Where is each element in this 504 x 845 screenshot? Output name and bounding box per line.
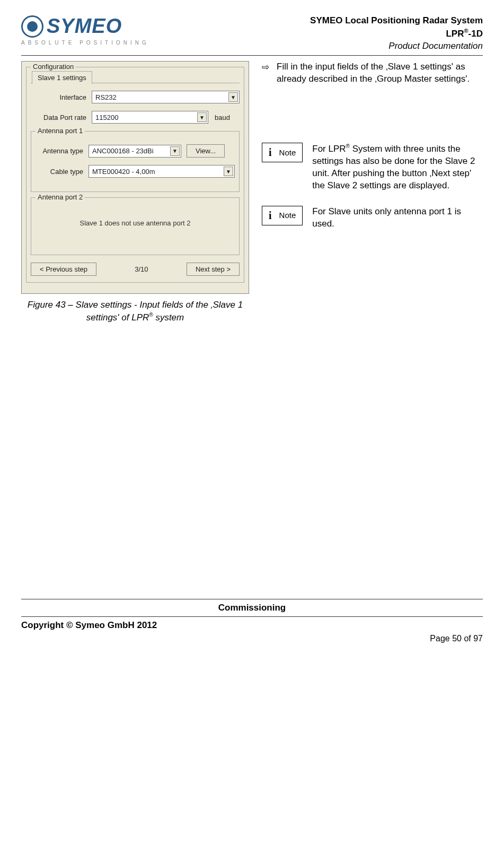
arrow-right-icon: ⇨ [262,62,269,85]
footer-page: Page 50 of 97 [21,634,483,643]
header-line1: SYMEO Local Positioning Radar System [310,15,483,27]
ap1-title: Antenna port 1 [36,127,85,135]
page-footer: Commissioning Copyright © Symeo GmbH 201… [21,599,483,643]
note-1: i Note For LPR® System with three units … [262,143,483,191]
antenna-type-label: Antenna type [36,147,89,155]
header-line2: LPR®-1D [310,27,483,40]
tab-slave1[interactable]: Slave 1 settings [32,71,92,84]
instruction-text: Fill in the input fields of the ‚Slave 1… [277,61,483,85]
logo-subtitle: ABSOLUTE POSITIONING [21,40,149,46]
interface-select[interactable]: RS232 ▼ [92,91,240,103]
header-line3: Product Documentation [310,40,483,53]
note-2: i Note For Slave units only antenna port… [262,206,483,230]
page-header: SYMEO ABSOLUTE POSITIONING SYMEO Local P… [21,15,483,56]
figure-caption: Figure 43 – Slave settings - Input field… [21,299,249,323]
logo-icon [21,15,43,38]
next-step-button[interactable]: Next step > [187,263,240,276]
footer-section: Commissioning [21,603,483,613]
cable-type-select[interactable]: MTE000420 - 4,00m ▼ [89,165,235,178]
note-1-text: For LPR® System with three units the set… [312,143,483,191]
note-badge: i Note [262,206,303,225]
note-2-text: For Slave units only antenna port 1 is u… [312,206,483,230]
previous-step-button[interactable]: < Previous step [31,263,96,276]
instruction-row: ⇨ Fill in the input fields of the ‚Slave… [262,61,483,85]
chevron-down-icon: ▼ [228,92,238,102]
header-titles: SYMEO Local Positioning Radar System LPR… [310,15,483,52]
group-antenna-port-2: Antenna port 2 Slave 1 does not use ante… [31,197,240,255]
step-indicator: 3/10 [135,265,148,273]
ap2-title: Antenna port 2 [36,193,85,201]
footer-copyright: Copyright © Symeo GmbH 2012 [21,620,157,631]
view-button[interactable]: View... [187,144,225,158]
dataport-select[interactable]: 115200 ▼ [92,111,208,124]
interface-label: Interface [31,93,92,101]
chevron-down-icon: ▼ [224,167,233,176]
logo-block: SYMEO ABSOLUTE POSITIONING [21,15,149,46]
row-interface: Interface RS232 ▼ [31,91,240,103]
info-icon: i [269,208,272,223]
group-configuration: Configuration Slave 1 settings Interface… [26,67,244,283]
tab-bar: Slave 1 settings [31,71,240,83]
dataport-label: Data Port rate [31,114,92,121]
config-dialog: Configuration Slave 1 settings Interface… [21,61,249,294]
ap2-placeholder: Slave 1 does not use antenna port 2 [36,203,235,248]
antenna-type-select[interactable]: ANC000168 - 23dBi ▼ [89,145,181,158]
nav-buttons: < Previous step 3/10 Next step > [31,263,240,276]
chevron-down-icon: ▼ [197,112,207,122]
chevron-down-icon: ▼ [170,146,180,156]
row-antenna-type: Antenna type ANC000168 - 23dBi ▼ View... [36,144,235,158]
group-antenna-port-1: Antenna port 1 Antenna type ANC000168 - … [31,131,240,192]
note-badge: i Note [262,143,303,162]
dataport-unit: baud [208,114,230,121]
row-cable-type: Cable type MTE000420 - 4,00m ▼ [36,165,235,178]
group-title: Configuration [31,63,76,71]
logo-text: SYMEO [47,15,122,38]
cable-type-label: Cable type [36,168,89,176]
info-icon: i [269,145,272,160]
row-dataport: Data Port rate 115200 ▼ baud [31,111,240,124]
